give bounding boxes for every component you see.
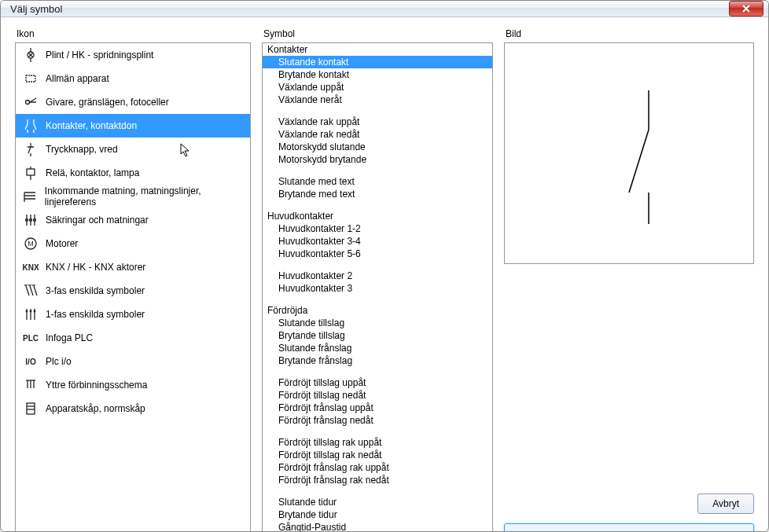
symbol-item[interactable]: Slutande med text	[263, 175, 492, 188]
window-title: Välj symbol	[10, 3, 729, 15]
svg-rect-19	[27, 169, 35, 175]
icon-category-item[interactable]: KNXKNX / HK - KNX aktorer	[16, 255, 250, 279]
icon-category-item[interactable]: Kontakter, kontaktdon	[16, 114, 250, 138]
icon-item-label: Plint / HK - spridningsplint	[46, 50, 153, 61]
plc-icon: PLC	[22, 329, 39, 347]
icon-category-item[interactable]: I/OPlc i/o	[16, 350, 250, 373]
symbol-item[interactable]: Växlande uppåt	[263, 81, 492, 94]
icon-item-label: Infoga PLC	[46, 332, 93, 343]
svg-line-35	[30, 286, 33, 295]
icon-item-label: Tryckknapp, vred	[46, 144, 118, 155]
symbol-item[interactable]: Fördröjt tillslag uppåt	[263, 376, 492, 389]
symbol-preview	[504, 42, 754, 264]
icon-category-item[interactable]: Allmän apparat	[16, 67, 250, 90]
svg-line-10	[25, 124, 28, 130]
symbol-item[interactable]: Fördröjt tillslag rak nedåt	[263, 449, 492, 461]
symbol-item[interactable]: Brytande tillslag	[263, 329, 492, 342]
rela-icon	[22, 164, 39, 182]
icon-item-label: Säkringar och matningar	[46, 215, 149, 226]
icon-item-label: Givare, gränslägen, fotoceller	[46, 97, 169, 108]
symbol-item[interactable]: Motorskydd slutande	[263, 141, 492, 153]
icon-category-item[interactable]: Givare, gränslägen, fotoceller	[16, 90, 250, 114]
symbol-item[interactable]: Växlande rak nedåt	[263, 128, 492, 141]
knx-icon: KNX	[22, 259, 39, 276]
symbol-item[interactable]: Slutande tidur	[263, 496, 492, 508]
symbol-item[interactable]: Slutande tillslag	[263, 317, 492, 329]
svg-text:M: M	[28, 240, 34, 248]
skap-icon	[22, 400, 39, 417]
icon-category-item[interactable]: Apparatskåp, normskåp	[16, 397, 250, 420]
symbol-item[interactable]: Fördröjt frånslag rak uppåt	[263, 461, 492, 474]
yttre-icon	[22, 376, 39, 394]
symbol-item[interactable]: Slutande kontakt	[263, 56, 492, 68]
icon-column: Ikon Plint / HK - spridningsplintAllmän …	[15, 28, 251, 532]
symbol-item[interactable]: Fördröjt tillslag rak uppåt	[263, 436, 492, 449]
close-button[interactable]	[729, 1, 763, 17]
content-area: Ikon Plint / HK - spridningsplintAllmän …	[1, 17, 768, 532]
givare-icon	[22, 94, 39, 111]
image-column-header: Bild	[504, 28, 754, 39]
symbol-item[interactable]: Huvudkontakter 1-2	[263, 222, 492, 235]
svg-line-36	[34, 286, 37, 295]
symbol-listbox[interactable]: KontakterSlutande kontaktBrytande kontak…	[262, 42, 493, 532]
icon-category-item[interactable]: MMotorer	[16, 232, 250, 255]
symbol-item[interactable]: Motorskydd brytande	[263, 153, 492, 166]
symbol-item[interactable]: Fördröjt frånslag rak nedåt	[263, 474, 492, 486]
symbol-group-header: Fördröjda	[263, 304, 492, 317]
symbol-item[interactable]: Växlande rak uppåt	[263, 116, 492, 128]
symbol-item[interactable]: Gångtid-Paustid	[263, 521, 492, 532]
svg-line-54	[629, 130, 649, 193]
icon-category-item[interactable]: Plint / HK - spridningsplint	[16, 43, 250, 67]
icon-category-item[interactable]: Inkommande matning, matningslinjer, linj…	[16, 185, 250, 208]
tryck-icon	[22, 141, 39, 158]
svg-line-34	[26, 286, 29, 295]
svg-line-17	[28, 147, 31, 153]
insert-symbol-button[interactable]: Sätt in symbolen	[504, 523, 754, 532]
symbol-item[interactable]: Huvudkontakter 5-6	[263, 248, 492, 260]
symbol-item[interactable]: Brytande med text	[263, 188, 492, 200]
apparat-icon	[22, 70, 39, 87]
icon-column-header: Ikon	[15, 28, 251, 39]
icon-category-item[interactable]: PLCInfoga PLC	[16, 326, 250, 350]
symbol-item[interactable]: Huvudkontakter 3-4	[263, 235, 492, 248]
icon-item-label: Kontakter, kontaktdon	[46, 120, 137, 131]
plint-icon	[22, 46, 39, 64]
symbol-group-header: Kontakter	[263, 43, 492, 56]
icon-category-item[interactable]: 3-fas enskilda symboler	[16, 279, 250, 303]
fas3-icon	[22, 282, 39, 299]
motor-icon: M	[22, 235, 39, 252]
symbol-item[interactable]: Fördröjt frånslag nedåt	[263, 414, 492, 427]
icon-category-item[interactable]: 1-fas enskilda symboler	[16, 303, 250, 326]
sakring-icon	[22, 211, 39, 229]
icon-item-label: Plc i/o	[46, 356, 72, 367]
symbol-item[interactable]: Slutande frånslag	[263, 342, 492, 354]
icon-item-label: 1-fas enskilda symboler	[46, 309, 145, 320]
svg-point-6	[26, 101, 30, 105]
symbol-item[interactable]: Fördröjt tillslag nedåt	[263, 389, 492, 402]
icon-category-item[interactable]: Säkringar och matningar	[16, 208, 250, 232]
icon-category-item[interactable]: Yttre förbinningsschema	[16, 373, 250, 397]
svg-line-7	[30, 98, 36, 102]
symbol-item[interactable]: Huvudkontakter 3	[263, 282, 492, 295]
svg-line-13	[34, 124, 36, 130]
icon-item-label: Motorer	[46, 238, 78, 249]
dialog-window: Välj symbol Ikon Plint / HK - spridnings…	[0, 0, 769, 532]
icon-category-item[interactable]: Tryckknapp, vred	[16, 138, 250, 161]
symbol-item[interactable]: Växlande neråt	[263, 94, 492, 106]
fas1-icon	[22, 306, 39, 323]
symbol-item[interactable]: Huvudkontakter 2	[263, 270, 492, 282]
symbol-item[interactable]: Brytande tidur	[263, 508, 492, 521]
symbol-item[interactable]: Brytande frånslag	[263, 354, 492, 367]
cancel-button[interactable]: Avbryt	[697, 493, 754, 514]
titlebar: Välj symbol	[1, 1, 768, 17]
symbol-item[interactable]: Brytande kontakt	[263, 68, 492, 81]
symbol-group-header: Huvudkontakter	[263, 210, 492, 222]
icon-category-item[interactable]: Relä, kontaktor, lampa	[16, 161, 250, 185]
svg-point-43	[26, 310, 28, 312]
icon-listbox[interactable]: Plint / HK - spridningsplintAllmän appar…	[15, 42, 251, 532]
icon-item-label: 3-fas enskilda symboler	[46, 285, 145, 296]
symbol-item[interactable]: Fördröjt frånslag uppåt	[263, 402, 492, 414]
svg-point-44	[30, 310, 31, 312]
close-icon	[741, 5, 751, 13]
io-icon: I/O	[22, 353, 39, 370]
